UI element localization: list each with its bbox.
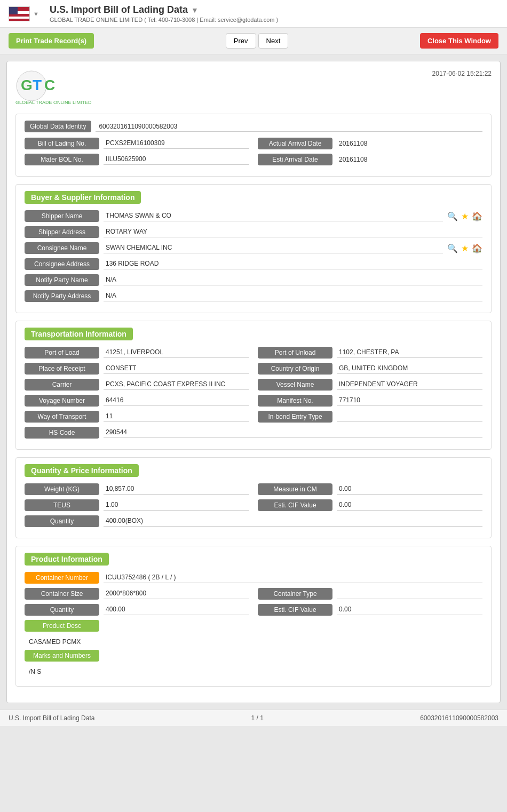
shipper-search-icon[interactable]: 🔍	[447, 211, 458, 221]
teus-cif-row: TEUS 1.00 Esti. CIF Value 0.00	[25, 499, 482, 511]
consignee-address-row: Consignee Address 136 RIDGE ROAD	[25, 258, 482, 270]
way-of-transport-value: 11	[104, 411, 249, 422]
teus-value: 1.00	[104, 500, 249, 511]
marks-numbers-value: /N S	[25, 666, 482, 680]
weight-value: 10,857.00	[104, 484, 249, 495]
shipper-address-row: Shipper Address ROTARY WAY	[25, 226, 482, 238]
identity-card: Global Data Identity 6003201611090000582…	[15, 114, 492, 177]
svg-text:C: C	[44, 77, 55, 93]
shipper-name-label: Shipper Name	[25, 210, 99, 222]
hs-code-value: 290544	[104, 427, 482, 438]
esti-cif-value: 0.00	[337, 500, 482, 511]
way-of-transport-field: Way of Transport 11	[25, 411, 249, 423]
carrier-label: Carrier	[25, 379, 99, 391]
notify-party-name-value: N/A	[104, 275, 482, 285]
weight-label: Weight (KG)	[25, 483, 99, 495]
container-type-value	[337, 588, 482, 599]
page-footer: U.S. Import Bill of Lading Data 1 / 1 60…	[0, 710, 507, 726]
voyage-number-field: Voyage Number 64416	[25, 395, 249, 407]
product-quantity-field: Quantity 400.00	[25, 604, 249, 616]
logo-area: G T C GLOBAL TRADE ONLINE LIMITED 2017-0…	[15, 70, 492, 105]
teus-field: TEUS 1.00	[25, 499, 249, 511]
gto-logo-svg: G T C	[15, 70, 85, 102]
transportation-card: Transportation Information Port of Load …	[15, 321, 492, 450]
carrier-vessel-row: Carrier PCXS, PACIFIC COAST EXPRESS II I…	[25, 379, 482, 391]
esti-arrival-value: 20161108	[337, 155, 482, 164]
place-of-receipt-field: Place of Receipt CONSETT	[25, 363, 249, 375]
product-esti-cif-field: Esti. CIF Value 0.00	[258, 604, 482, 616]
bol-row: Bill of Lading No. PCXS2EM16100309 Actua…	[25, 138, 482, 149]
page-subtitle: GLOBAL TRADE ONLINE LIMITED ( Tel: 400-7…	[50, 17, 498, 23]
buyer-supplier-card: Buyer & Supplier Information Shipper Nam…	[15, 184, 492, 313]
container-number-row: Container Number ICUU3752486 ( 2B / L / …	[25, 572, 482, 584]
hs-code-row: HS Code 290544	[25, 427, 482, 439]
receipt-origin-row: Place of Receipt CONSETT Country of Orig…	[25, 363, 482, 375]
manifest-no-value: 771710	[337, 395, 482, 406]
vessel-name-label: Vessel Name	[258, 379, 332, 391]
consignee-icons: 🔍 ★ 🏠	[447, 243, 482, 253]
voyage-number-value: 64416	[104, 395, 249, 406]
inbond-entry-value	[337, 411, 482, 422]
print-button[interactable]: Print Trade Record(s)	[9, 33, 94, 49]
consignee-address-label: Consignee Address	[25, 258, 99, 270]
notify-party-address-value: N/A	[104, 291, 482, 301]
nav-buttons: Prev Next	[226, 33, 288, 49]
marks-numbers-row: Marks and Numbers	[25, 650, 482, 662]
carrier-field: Carrier PCXS, PACIFIC COAST EXPRESS II I…	[25, 379, 249, 391]
place-of-receipt-value: CONSETT	[104, 363, 249, 374]
svg-text:G: G	[21, 77, 33, 93]
voyage-manifest-row: Voyage Number 64416 Manifest No. 771710	[25, 395, 482, 407]
carrier-value: PCXS, PACIFIC COAST EXPRESS II INC	[104, 379, 249, 390]
esti-cif-label: Esti. CIF Value	[258, 499, 332, 511]
container-size-value: 2000*806*800	[104, 588, 249, 599]
place-of-receipt-label: Place of Receipt	[25, 363, 99, 375]
footer-left: U.S. Import Bill of Lading Data	[9, 714, 94, 722]
port-of-load-field: Port of Load 41251, LIVERPOOL	[25, 347, 249, 359]
shipper-home-icon[interactable]: 🏠	[472, 211, 482, 221]
inbond-entry-field: In-bond Entry Type	[258, 411, 482, 423]
weight-measure-row: Weight (KG) 10,857.00 Measure in CM 0.00	[25, 483, 482, 495]
consignee-home-icon[interactable]: 🏠	[472, 243, 482, 253]
bol-label: Bill of Lading No.	[25, 138, 99, 149]
global-data-label: Global Data Identity	[25, 121, 91, 132]
shipper-star-icon[interactable]: ★	[461, 211, 469, 221]
product-desc-value: CASAMED PCMX	[25, 636, 482, 650]
footer-center: 1 / 1	[251, 714, 264, 722]
product-quantity-label: Quantity	[25, 604, 99, 616]
container-type-field: Container Type	[258, 588, 482, 600]
country-of-origin-field: Country of Origin GB, UNITED KINGDOM	[258, 363, 482, 375]
measure-label: Measure in CM	[258, 483, 332, 495]
title-dropdown-icon[interactable]: ▼	[191, 6, 199, 14]
shipper-name-value: THOMAS SWAN & CO	[104, 211, 443, 221]
consignee-search-icon[interactable]: 🔍	[447, 243, 458, 253]
port-of-load-label: Port of Load	[25, 347, 99, 359]
port-row: Port of Load 41251, LIVERPOOL Port of Un…	[25, 347, 482, 359]
company-logo: G T C GLOBAL TRADE ONLINE LIMITED	[15, 70, 92, 105]
notify-party-address-row: Notify Party Address N/A	[25, 290, 482, 302]
measure-field: Measure in CM 0.00	[258, 483, 482, 495]
product-desc-row: Product Desc	[25, 620, 482, 632]
global-data-row: Global Data Identity 6003201611090000582…	[25, 121, 482, 132]
quantity-price-card: Quantity & Price Information Weight (KG)…	[15, 457, 492, 538]
transportation-header: Transportation Information	[25, 328, 133, 340]
global-data-value: 6003201611090000582003	[96, 122, 482, 132]
action-bar: Print Trade Record(s) Prev Next Close Th…	[0, 28, 507, 54]
container-number-value: ICUU3752486 ( 2B / L / )	[104, 572, 482, 583]
prev-button[interactable]: Prev	[226, 33, 256, 49]
esti-arrival-label: Esti Arrival Date	[258, 154, 332, 165]
consignee-star-icon[interactable]: ★	[461, 243, 469, 253]
flag-dropdown-arrow[interactable]: ▼	[33, 11, 39, 17]
manifest-no-field: Manifest No. 771710	[258, 395, 482, 407]
consignee-name-label: Consignee Name	[25, 242, 99, 254]
container-size-label: Container Size	[25, 588, 99, 600]
next-button[interactable]: Next	[258, 33, 289, 49]
esti-arrival-field: Esti Arrival Date 20161108	[258, 154, 482, 165]
way-of-transport-label: Way of Transport	[25, 411, 99, 423]
weight-field: Weight (KG) 10,857.00	[25, 483, 249, 495]
vessel-name-value: INDEPENDENT VOYAGER	[337, 379, 482, 390]
product-qty-cif-row: Quantity 400.00 Esti. CIF Value 0.00	[25, 604, 482, 616]
timestamp: 2017-06-02 15:21:22	[432, 70, 492, 77]
product-esti-cif-label: Esti. CIF Value	[258, 604, 332, 616]
close-button[interactable]: Close This Window	[420, 33, 498, 49]
master-bol-row: Mater BOL No. IILU50625900 Esti Arrival …	[25, 154, 482, 165]
